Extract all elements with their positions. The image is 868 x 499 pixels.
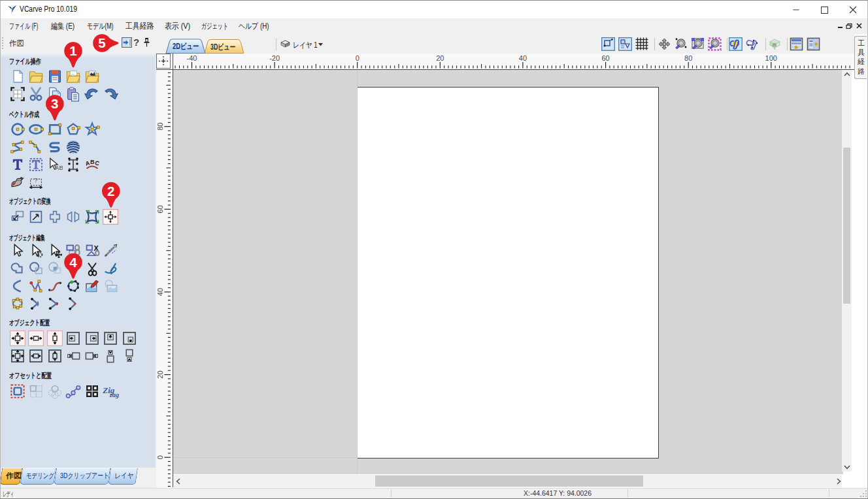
svg-text:?: ?: [34, 176, 37, 184]
svg-text:20: 20: [156, 370, 164, 378]
svg-text:40: 40: [156, 288, 164, 296]
svg-text:-40: -40: [187, 54, 197, 62]
svg-text:60: 60: [156, 205, 164, 213]
svg-text:AB: AB: [55, 165, 63, 171]
svg-text:100: 100: [765, 54, 777, 62]
svg-text:60: 60: [601, 54, 609, 62]
svg-text:-20: -20: [269, 54, 280, 62]
svg-text:80: 80: [156, 123, 164, 131]
svg-text:20: 20: [436, 54, 444, 62]
svg-text:40: 40: [519, 54, 527, 62]
svg-text:C: C: [94, 159, 100, 167]
svg-text:zag: zag: [109, 391, 119, 398]
svg-text:80: 80: [684, 54, 692, 62]
svg-text:0: 0: [156, 455, 164, 459]
svg-text:0: 0: [356, 54, 359, 62]
